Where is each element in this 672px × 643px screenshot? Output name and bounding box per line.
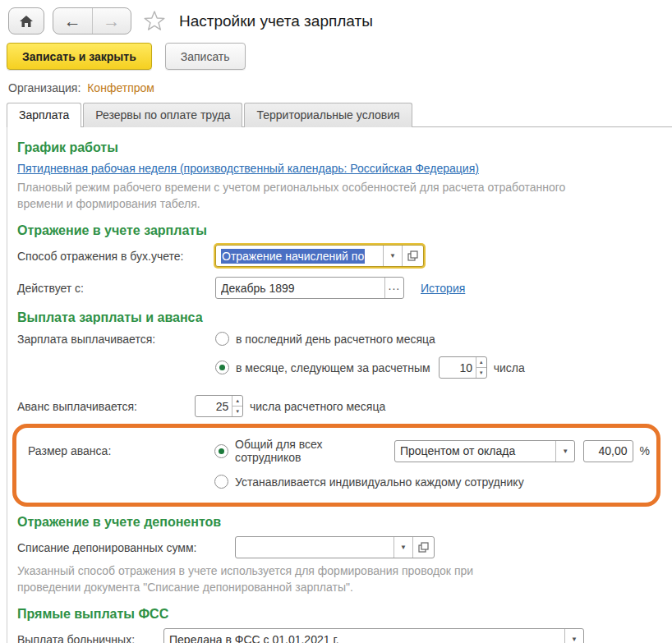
arrow-right-icon: →: [103, 12, 120, 30]
deponents-writeoff-row: Списание депонированных сумм: ▼: [17, 536, 672, 558]
advance-percent-field[interactable]: [583, 440, 633, 462]
radio-individual-advance[interactable]: [214, 475, 228, 489]
sick-pay-row: Выплата больничных: Передана в ФСС с 01.…: [17, 628, 672, 643]
advance-size-row1: Размер аванса: Общий для всех сотруднико…: [28, 438, 650, 464]
work-schedule-note: Плановый режим рабочего времени с учетом…: [17, 180, 569, 212]
radio-next-month[interactable]: [215, 361, 229, 374]
salary-paid-row1: Зарплата выплачивается: в последний день…: [17, 332, 672, 346]
deponents-writeoff-label: Списание депонированных сумм:: [17, 541, 235, 554]
advance-paid-row: Аванс выплачивается: ▲ ▼ числа расчетног…: [17, 395, 672, 417]
tab-reserves[interactable]: Резервы по оплате труда: [83, 103, 242, 127]
radio-last-day-label[interactable]: в последний день расчетного месяца: [236, 333, 435, 346]
chevron-down-icon[interactable]: ▼: [555, 441, 574, 462]
advance-day-suffix: числа расчетного месяца: [250, 400, 385, 413]
radio-next-month-label[interactable]: в месяце, следующем за расчетным: [236, 361, 430, 374]
accounting-method-combobox[interactable]: Отражение начислений по ▼: [215, 245, 424, 267]
valid-from-row: Действует с: ... История: [17, 277, 672, 299]
deponents-writeoff-combobox[interactable]: ▼: [235, 536, 435, 558]
advance-size-label: Размер аванса:: [28, 444, 214, 457]
accounting-method-value: Отражение начислений по: [221, 249, 365, 264]
deponents-header: Отражение в учете депонентов: [17, 515, 672, 530]
history-nav-group: ← →: [53, 7, 131, 34]
spin-up-icon[interactable]: ▲: [476, 357, 486, 368]
radio-common-advance-label[interactable]: Общий для всех сотрудников: [235, 438, 388, 464]
spin-down-icon[interactable]: ▼: [232, 406, 242, 416]
advance-percent-input[interactable]: [584, 441, 632, 462]
spin-down-icon[interactable]: ▼: [476, 368, 486, 378]
salary-paid-row2: в месяце, следующем за расчетным ▲ ▼ чис…: [17, 356, 672, 379]
organization-value[interactable]: Конфетпром: [87, 81, 154, 94]
radio-common-advance[interactable]: [214, 444, 228, 458]
advance-method-value: Процентом от оклада: [395, 441, 555, 462]
pay-day-spinner[interactable]: ▲ ▼: [439, 356, 487, 379]
tab-strip: Зарплата Резервы по оплате труда Террито…: [7, 103, 672, 127]
back-button[interactable]: ←: [53, 8, 92, 34]
salary-tab-panel: График работы Пятидневная рабочая неделя…: [7, 126, 672, 643]
work-schedule-link[interactable]: Пятидневная рабочая неделя (производстве…: [17, 162, 479, 175]
favorite-button[interactable]: [143, 10, 166, 32]
sick-pay-value: Передана в ФСС с 01.01.2021 г.: [164, 629, 564, 643]
chevron-down-icon[interactable]: ▼: [564, 629, 583, 643]
open-value-button[interactable]: [412, 537, 434, 558]
pay-day-suffix: числа: [494, 361, 525, 374]
accounting-method-label: Способ отражения в бух.учете:: [17, 250, 215, 263]
deponents-note: Указанный способ отражения в учете испол…: [17, 563, 533, 595]
valid-from-label: Действует с:: [17, 282, 215, 295]
save-and-close-button[interactable]: Записать и закрыть: [7, 43, 152, 70]
page-title: Настройки учета зарплаты: [179, 12, 373, 30]
advance-day-spinner[interactable]: ▲ ▼: [195, 395, 243, 417]
home-icon: [19, 15, 34, 28]
save-button[interactable]: Записать: [165, 43, 246, 70]
valid-from-input[interactable]: [216, 278, 384, 298]
open-icon: [418, 542, 429, 553]
sick-pay-combobox[interactable]: Передана в ФСС с 01.01.2021 г. ▼: [163, 628, 584, 643]
radio-last-day[interactable]: [215, 332, 229, 346]
history-link[interactable]: История: [421, 282, 465, 295]
deponents-writeoff-value: [236, 537, 394, 558]
spin-up-icon[interactable]: ▲: [232, 396, 242, 406]
arrow-left-icon: ←: [64, 12, 81, 30]
home-button[interactable]: [8, 7, 44, 34]
advance-size-row2: Устанавливается индивидуально каждому со…: [28, 475, 650, 489]
salary-accounting-header: Отражение в учете зарплаты: [17, 223, 672, 238]
star-icon: [143, 10, 166, 32]
advance-paid-label: Аванс выплачивается:: [17, 400, 195, 413]
chevron-down-icon[interactable]: ▼: [394, 537, 412, 558]
work-schedule-header: График работы: [17, 140, 672, 155]
valid-from-field[interactable]: ...: [215, 277, 404, 299]
salary-paid-label: Зарплата выплачивается:: [17, 333, 215, 346]
tab-salary[interactable]: Зарплата: [7, 103, 81, 127]
organization-label: Организация:: [8, 81, 81, 94]
pay-day-input[interactable]: [440, 357, 476, 378]
advance-method-combobox[interactable]: Процентом от оклада ▼: [394, 440, 575, 462]
accounting-method-row: Способ отражения в бух.учете: Отражение …: [17, 245, 672, 267]
open-icon: [407, 250, 418, 261]
advance-day-input[interactable]: [196, 396, 232, 416]
ellipsis-button[interactable]: ...: [384, 278, 403, 298]
chevron-down-icon[interactable]: ▼: [383, 246, 402, 266]
sick-pay-label: Выплата больничных:: [17, 633, 163, 643]
radio-individual-advance-label[interactable]: Устанавливается индивидуально каждому со…: [235, 475, 524, 489]
open-value-button[interactable]: [402, 246, 423, 266]
forward-button[interactable]: →: [92, 8, 131, 34]
tab-territorial[interactable]: Территориальные условия: [244, 103, 412, 127]
payment-header: Выплата зарплаты и аванса: [17, 310, 672, 325]
top-toolbar: ← → Настройки учета зарплаты: [0, 0, 672, 38]
percent-sign: %: [640, 444, 650, 457]
fss-header: Прямые выплаты ФСС: [17, 607, 672, 622]
organization-row: Организация: Конфетпром: [0, 76, 672, 103]
command-bar: Записать и закрыть Записать: [0, 38, 672, 76]
advance-size-annotation: Размер аванса: Общий для всех сотруднико…: [12, 424, 660, 507]
